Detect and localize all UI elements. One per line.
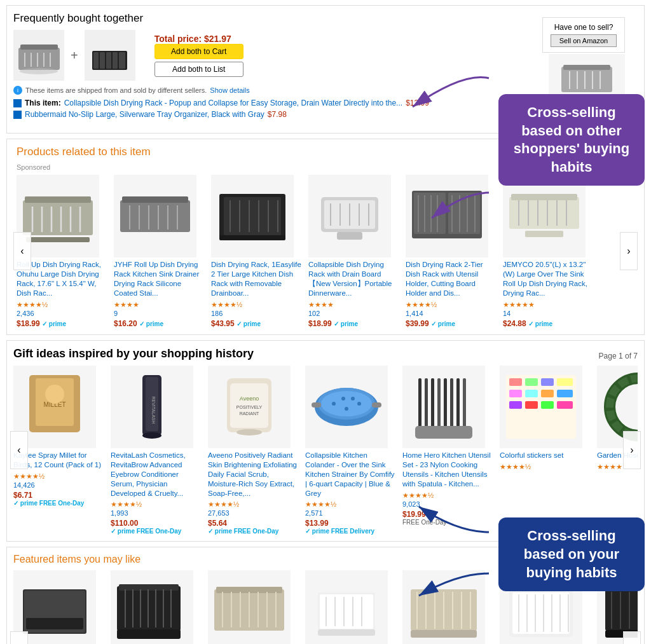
info-icon: i <box>13 86 22 95</box>
featured-product-4: Camco 43511 White Mini Dish Drainer ★★★★… <box>305 570 397 644</box>
svg-rect-111 <box>541 378 554 386</box>
related-product-5-link[interactable]: Dish Drying Rack 2-Tier Dish Rack with U… <box>406 260 498 298</box>
featured-prev-button[interactable]: ‹ <box>10 631 28 644</box>
related-prev-button[interactable]: ‹ <box>13 232 31 270</box>
svg-point-7 <box>20 68 58 74</box>
related-product-1-stars: ★★★★½ <box>17 301 109 309</box>
gift-product-3-count: 27,653 <box>208 509 230 517</box>
fbt-item1-checkbox[interactable] <box>13 99 22 107</box>
add-both-to-cart-button[interactable]: Add both to Cart <box>154 44 243 59</box>
svg-rect-13 <box>119 52 125 69</box>
gift-product-3-image: Aveeno POSITIVELY RADIANT <box>208 366 291 448</box>
svg-point-96 <box>345 407 348 411</box>
featured-title: Featured items you may like <box>13 554 140 565</box>
svg-rect-120 <box>557 401 573 409</box>
related-product-6-prime: prime <box>528 320 552 327</box>
gift-product-2-link[interactable]: RevitaLash Cosmetics, RevitaBrow Advance… <box>111 451 203 498</box>
svg-rect-97 <box>312 402 321 408</box>
gift-product-6-link[interactable]: Colorful stickers set <box>500 451 592 460</box>
svg-rect-107 <box>415 426 472 439</box>
gift-product-6: Colorful stickers set ★★★★½ <box>500 366 592 535</box>
related-product-2-stars: ★★★★ <box>114 301 206 309</box>
related-product-6-link[interactable]: JEMYCO 20.5"(L) x 13.2"(W) Large Over Th… <box>503 260 595 298</box>
gift-product-3-stars: ★★★★½ <box>208 500 300 509</box>
gift-product-3-link[interactable]: Aveeno Positively Radiant Skin Brighteni… <box>208 451 300 498</box>
svg-rect-104 <box>450 378 453 429</box>
related-product-3-link[interactable]: Dish Drying Rack, 1Easylife 2 Tier Large… <box>211 260 303 298</box>
gift-product-2-prime: prime FREE One-Day <box>111 528 203 535</box>
gift-product-2-count: 1,993 <box>111 509 128 517</box>
svg-rect-146 <box>320 594 373 629</box>
related-product-2-image <box>114 175 196 257</box>
svg-rect-98 <box>372 402 381 408</box>
svg-rect-101 <box>431 378 434 429</box>
gift-product-1-count: 14,426 <box>13 481 35 489</box>
related-product-2-price: $16.20 prime <box>114 319 206 328</box>
svg-rect-66 <box>509 197 579 229</box>
related-product-1-prime: prime <box>42 320 66 327</box>
related-product-2-link[interactable]: JYHF Roll Up Dish Drying Rack Kitchen Si… <box>114 260 206 298</box>
related-product-1-count: 2,436 <box>17 310 34 317</box>
svg-rect-115 <box>541 390 554 397</box>
gift-product-5-link[interactable]: Home Hero Kitchen Utensil Set - 23 Nylon… <box>402 451 495 489</box>
svg-rect-103 <box>444 378 447 429</box>
related-product-5-stars: ★★★★½ <box>406 301 498 309</box>
svg-text:RADIANT: RADIANT <box>240 411 259 416</box>
svg-point-78 <box>45 385 64 404</box>
fbt-item2-checkbox[interactable] <box>13 111 22 119</box>
gift-product-5-image <box>402 366 485 448</box>
fbt-item1-link[interactable]: Collapsible Dish Drying Rack - Popup and… <box>64 99 402 107</box>
fbt-item2-link[interactable]: Rubbermaid No-Slip Large, Silverware Tra… <box>25 110 264 119</box>
related-next-button[interactable]: › <box>620 232 638 270</box>
related-product-2-count: 9 <box>114 310 118 317</box>
callout2-arrow2 <box>413 567 495 601</box>
svg-rect-116 <box>557 390 573 397</box>
svg-rect-11 <box>106 52 111 69</box>
svg-point-95 <box>357 402 361 406</box>
add-both-to-list-button[interactable]: Add both to List <box>154 62 243 77</box>
featured-next-button[interactable]: › <box>623 631 641 644</box>
related-product-4-price: $18.99 prime <box>308 319 401 328</box>
featured-product-4-image <box>305 570 388 644</box>
svg-rect-54 <box>337 232 362 240</box>
callout-your-habits: Cross-selling based on your buying habit… <box>498 517 645 591</box>
gift-product-4-link[interactable]: Collapsible Kitchen Colander - Over the … <box>305 451 397 498</box>
related-product-4-link[interactable]: Collapsible Dish Drying Rack with Drain … <box>308 260 401 298</box>
gift-product-1-prime: prime FREE One-Day <box>13 500 106 507</box>
svg-rect-9 <box>93 52 99 69</box>
gift-product-6-stars: ★★★★½ <box>500 463 592 471</box>
svg-point-91 <box>321 391 372 416</box>
related-product-5-prime: prime <box>431 320 455 327</box>
svg-point-92 <box>332 402 336 406</box>
related-product-4: Collapsible Dish Drying Rack with Drain … <box>308 175 401 328</box>
gift-prev-button[interactable]: ‹ <box>10 431 28 469</box>
gift-product-4-image <box>305 366 388 448</box>
svg-rect-67 <box>511 194 577 200</box>
related-product-4-prime: prime <box>334 320 358 327</box>
callout1-arrow <box>419 186 495 226</box>
sell-on-amazon-button[interactable]: Sell on Amazon <box>551 34 617 47</box>
svg-rect-21 <box>23 200 93 235</box>
svg-rect-30 <box>120 200 190 232</box>
svg-rect-161 <box>411 630 477 638</box>
gift-product-3-price: $5.64 <box>208 519 300 528</box>
gift-page-indicator: Page 1 of 7 <box>599 352 638 360</box>
gift-product-4-price: $13.99 <box>305 519 397 528</box>
gift-product-4-stars: ★★★★½ <box>305 500 397 509</box>
svg-point-88 <box>236 429 262 435</box>
gift-product-4-count: 2,571 <box>305 509 323 517</box>
gift-next-button[interactable]: › <box>623 431 641 469</box>
svg-rect-29 <box>26 237 90 242</box>
gift-section: Gift ideas inspired by your shopping his… <box>6 340 645 542</box>
related-product-5-count: 1,414 <box>406 310 423 317</box>
svg-rect-22 <box>25 196 91 203</box>
related-products-grid: Roll Up Dish Drying Rack, Ohuhu Large Di… <box>17 175 634 328</box>
show-details-link[interactable]: Show details <box>210 86 249 94</box>
svg-rect-102 <box>437 378 441 429</box>
gift-product-2-stars: ★★★★½ <box>111 500 203 509</box>
callout2-arrow <box>413 494 495 540</box>
gift-product-2: REVITALASH RevitaLash Cosmetics, RevitaB… <box>111 366 203 535</box>
related-product-3-price: $43.95 prime <box>211 319 303 328</box>
svg-point-94 <box>351 397 355 401</box>
related-product-6-price: $24.88 prime <box>503 319 595 328</box>
